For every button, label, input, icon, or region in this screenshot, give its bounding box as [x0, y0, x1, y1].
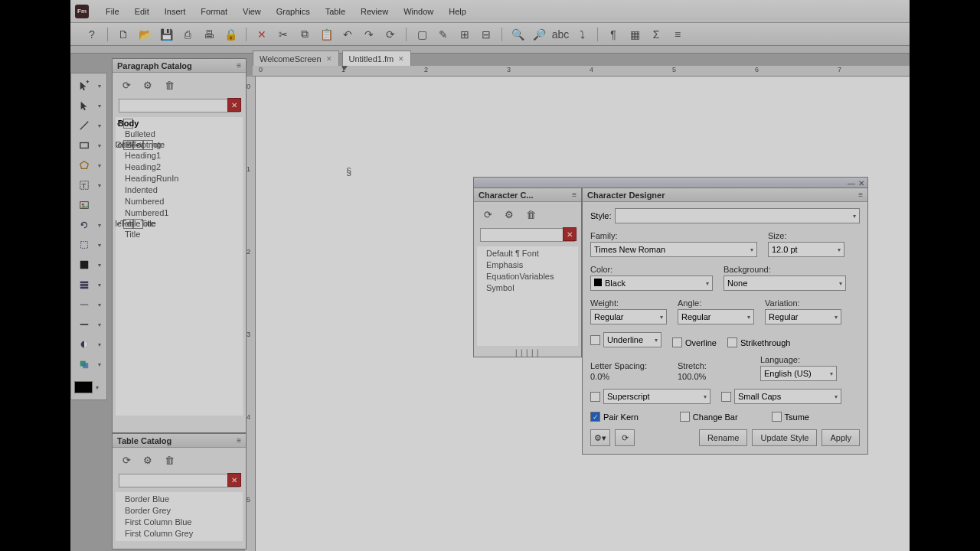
pairkern-checkbox[interactable]: ✓: [590, 412, 600, 422]
variation-dropdown[interactable]: Regular▾: [765, 309, 841, 324]
underline-checkbox[interactable]: [590, 335, 600, 345]
options-icon[interactable]: ⚙: [140, 452, 155, 468]
paragraph-style-list[interactable]: BodyBulletedCellBodyCellHeadingFootnoteH…: [116, 117, 243, 416]
close-icon[interactable]: ✕: [858, 179, 864, 187]
list-item[interactable]: Border Blue: [123, 494, 238, 505]
delete-style-icon[interactable]: 🗑: [162, 77, 177, 93]
save-icon[interactable]: 💾: [158, 27, 174, 42]
resize-grip-icon[interactable]: ┃┃┃┃┃: [474, 349, 581, 357]
style-dropdown[interactable]: ▾: [615, 208, 860, 223]
close-icon[interactable]: ✕: [398, 55, 404, 63]
refresh-icon[interactable]: ⟳: [119, 452, 134, 468]
overline-checkbox[interactable]: [672, 337, 682, 347]
redo-icon[interactable]: ↷: [361, 27, 377, 42]
superscript-checkbox[interactable]: [590, 392, 600, 402]
select-tool-icon[interactable]: [74, 97, 95, 114]
reset-button[interactable]: ⟳: [615, 429, 635, 446]
strikethrough-checkbox[interactable]: [727, 337, 737, 347]
list-item[interactable]: Footnote: [143, 140, 153, 150]
list-item[interactable]: Bulleted: [123, 129, 238, 140]
close-icon[interactable]: ✕: [326, 55, 332, 63]
menu-edit[interactable]: Edit: [127, 4, 157, 19]
graphic-frame-tool-icon[interactable]: [74, 197, 95, 214]
menu-help[interactable]: Help: [441, 4, 474, 19]
text-symbols-icon[interactable]: ¶: [606, 27, 621, 42]
line-tool-icon[interactable]: [74, 117, 95, 134]
crop-tool-icon[interactable]: [74, 236, 95, 253]
color-dropdown[interactable]: Black▾: [590, 276, 713, 291]
conditional-icon[interactable]: ≡: [670, 27, 685, 42]
list-item[interactable]: Heading1: [123, 150, 238, 161]
document-tab[interactable]: Untitled1.fm✕: [342, 51, 412, 66]
delete-icon[interactable]: ✕: [254, 27, 270, 42]
update-style-button[interactable]: Update Style: [752, 429, 817, 446]
clear-filter-icon[interactable]: ✕: [227, 473, 241, 487]
clear-filter-icon[interactable]: ✕: [563, 227, 577, 241]
list-item[interactable]: TableTitle: [133, 219, 143, 229]
panel-menu-icon[interactable]: ≡: [237, 436, 241, 445]
options-icon[interactable]: ⚙: [140, 77, 155, 93]
print-icon[interactable]: 🖶: [201, 27, 217, 42]
list-item[interactable]: First Column Blue: [123, 517, 238, 528]
document-tab[interactable]: WelcomeScreen✕: [253, 51, 339, 66]
overprint-icon[interactable]: [74, 356, 95, 373]
list-item[interactable]: First Column Grey: [123, 528, 238, 540]
equation-icon[interactable]: Σ: [648, 27, 664, 42]
smart-select-tool-icon[interactable]: [74, 77, 95, 94]
refresh-icon[interactable]: ⟳: [119, 77, 134, 93]
text-frame-tool-icon[interactable]: T: [74, 177, 95, 194]
menu-table[interactable]: Table: [318, 4, 353, 19]
changebar-checkbox[interactable]: [680, 412, 690, 422]
list-item[interactable]: Title: [123, 229, 238, 240]
list-item[interactable]: Numbered: [123, 196, 238, 207]
new-icon[interactable]: 🗋: [116, 27, 131, 42]
clear-filter-icon[interactable]: ✕: [227, 98, 241, 112]
list-item[interactable]: HeadingRunIn: [123, 173, 238, 184]
xref-icon[interactable]: ⊟: [479, 27, 494, 42]
marker-icon[interactable]: ✎: [436, 27, 451, 42]
character-style-list[interactable]: Default ¶ FontEmphasisEquationVariablesS…: [477, 246, 578, 346]
fill-color-icon[interactable]: [74, 256, 95, 273]
line-style-icon[interactable]: [74, 316, 95, 333]
dropdown-icon[interactable]: ▾: [95, 77, 104, 94]
filter-input[interactable]: [480, 228, 575, 242]
menu-graphics[interactable]: Graphics: [269, 4, 318, 19]
menu-insert[interactable]: Insert: [157, 4, 194, 19]
apply-button[interactable]: Apply: [822, 429, 860, 446]
family-dropdown[interactable]: Times New Roman▾: [590, 242, 757, 257]
list-item[interactable]: Symbol: [485, 282, 573, 294]
menu-format[interactable]: Format: [193, 4, 235, 19]
lock-icon[interactable]: 🔒: [223, 27, 238, 42]
zoom-in-icon[interactable]: 🔍: [510, 27, 525, 42]
line-end-icon[interactable]: [74, 336, 95, 353]
open-icon[interactable]: 📂: [137, 27, 152, 42]
spellcheck-icon[interactable]: abc: [553, 27, 568, 42]
list-item[interactable]: Numbered1: [123, 207, 238, 219]
zoom-out-icon[interactable]: 🔎: [531, 27, 547, 42]
list-item[interactable]: Heading2: [123, 161, 238, 173]
delete-style-icon[interactable]: 🗑: [523, 207, 538, 222]
table-icon[interactable]: ▦: [627, 27, 642, 42]
language-dropdown[interactable]: English (US)▾: [760, 366, 837, 381]
menu-view[interactable]: View: [235, 4, 269, 19]
variable-icon[interactable]: ⊞: [457, 27, 472, 42]
rectangle-tool-icon[interactable]: [74, 137, 95, 154]
filter-input[interactable]: [119, 474, 240, 487]
rotate-tool-icon[interactable]: [74, 217, 95, 233]
save-all-icon[interactable]: ⎙: [180, 27, 195, 42]
settings-button[interactable]: ⚙▾: [590, 429, 610, 446]
minimize-icon[interactable]: —: [848, 179, 855, 187]
panel-menu-icon[interactable]: ≡: [237, 61, 241, 70]
background-dropdown[interactable]: None▾: [724, 276, 846, 291]
filter-input[interactable]: [119, 99, 240, 112]
polygon-tool-icon[interactable]: [74, 157, 95, 174]
repeat-icon[interactable]: ⟳: [383, 27, 398, 42]
smallcaps-dropdown[interactable]: Small Caps▾: [734, 389, 841, 404]
list-item[interactable]: EquationVariables: [485, 271, 573, 282]
tsume-checkbox[interactable]: [772, 412, 782, 422]
list-item[interactable]: Default ¶ Font: [485, 248, 573, 259]
size-dropdown[interactable]: 12.0 pt▾: [768, 242, 844, 257]
options-icon[interactable]: ⚙: [501, 207, 517, 222]
panel-menu-icon[interactable]: ≡: [572, 191, 577, 199]
superscript-dropdown[interactable]: Superscript▾: [603, 389, 710, 404]
